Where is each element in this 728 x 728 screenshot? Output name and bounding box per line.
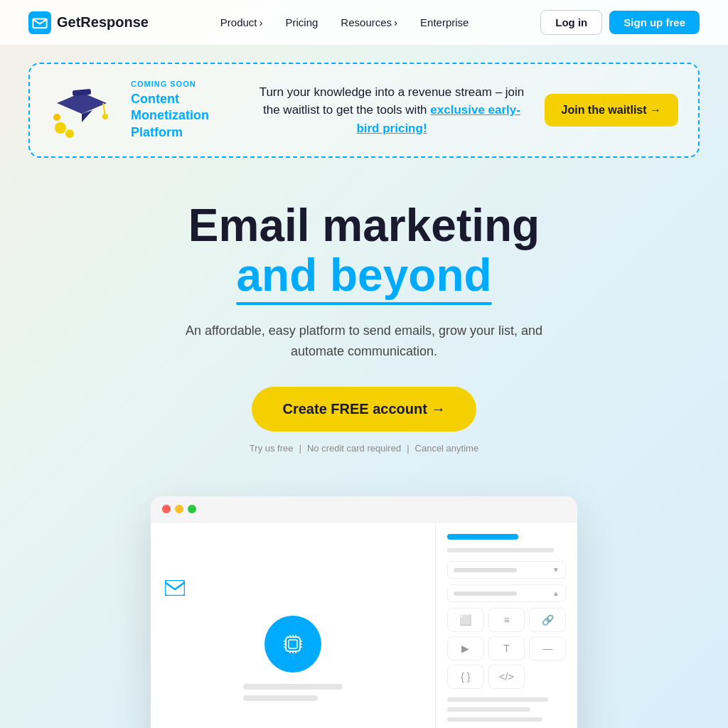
mockup-icon-text: ≡	[488, 608, 525, 632]
mockup-icon-link: 🔗	[529, 608, 566, 632]
logo[interactable]: GetResponse	[28, 11, 149, 34]
mockup-mail-icon	[165, 580, 185, 596]
hero-title-line1: Email marketing	[28, 200, 700, 250]
mockup-area: ▼ ▲ ⬜ ≡ 🔗 ▶ T — { } </>	[0, 475, 728, 728]
banner-illustration	[50, 78, 114, 142]
mockup-icon-video: ▶	[447, 636, 484, 660]
mockup-bottom-line-2	[447, 707, 530, 712]
banner-info: COMING SOON ContentMonetizationPlatform	[131, 80, 239, 141]
waitlist-button[interactable]: Join the waitlist →	[545, 94, 678, 127]
nav-product[interactable]: Product ›	[212, 12, 272, 33]
mockup-icon-code1: { }	[447, 665, 484, 689]
mockup-titlebar	[151, 496, 577, 523]
svg-point-2	[55, 122, 66, 134]
note-no-credit: No credit card required	[307, 443, 401, 454]
chevron-down-icon: ▼	[552, 566, 560, 574]
nav-pricing[interactable]: Pricing	[277, 12, 327, 33]
signup-button[interactable]: Sign up free	[609, 11, 700, 34]
mockup-right-line-1	[447, 548, 554, 552]
hero-title-line2: and beyond	[236, 250, 491, 300]
mockup-active-bar	[447, 534, 518, 540]
mockup-bottom-line-1	[447, 697, 548, 702]
chevron-down-icon: ›	[394, 16, 397, 28]
mockup-bottom-line-3	[447, 717, 542, 722]
mockup-select-1: ▼	[447, 561, 566, 579]
hero-title: Email marketing and beyond	[28, 200, 700, 301]
chevron-down-icon: ›	[259, 16, 263, 28]
nav-actions: Log in Sign up free	[540, 10, 700, 35]
login-button[interactable]: Log in	[540, 10, 602, 35]
banner-description: Turn your knowledge into a revenue strea…	[256, 83, 527, 138]
svg-rect-0	[28, 11, 51, 34]
coming-soon-label: COMING SOON	[131, 80, 239, 88]
logo-icon	[28, 11, 51, 34]
mockup-ai-circle	[264, 616, 321, 673]
divider-1: |	[299, 443, 301, 454]
navbar: GetResponse Product › Pricing Resources …	[0, 0, 728, 46]
nav-resources[interactable]: Resources ›	[332, 12, 406, 33]
chevron-up-icon: ▲	[552, 589, 560, 597]
mockup-icon-grid: ⬜ ≡ 🔗 ▶ T — { } </>	[447, 608, 566, 689]
nav-links: Product › Pricing Resources › Enterprise	[212, 12, 478, 33]
mockup-icon-code2: </>	[488, 665, 525, 689]
note-cancel: Cancel anytime	[415, 443, 479, 454]
nav-enterprise[interactable]: Enterprise	[412, 12, 477, 33]
svg-point-3	[65, 129, 74, 138]
logo-text: GetResponse	[57, 14, 149, 31]
svg-rect-11	[286, 637, 300, 651]
promo-banner: COMING SOON ContentMonetizationPlatform …	[28, 63, 700, 158]
create-account-button[interactable]: Create FREE account →	[252, 387, 477, 432]
svg-rect-6	[73, 89, 92, 96]
mockup-left-panel	[151, 523, 435, 728]
mockup-icon-divider: —	[529, 636, 566, 660]
mockup-right-panel: ▼ ▲ ⬜ ≡ 🔗 ▶ T — { } </>	[435, 523, 577, 728]
window-maximize-dot	[188, 505, 196, 513]
hero-subtitle: An affordable, easy platform to send ema…	[179, 321, 549, 362]
svg-rect-12	[289, 640, 297, 648]
mockup-icon-format: T	[488, 636, 525, 660]
svg-marker-5	[57, 92, 107, 114]
platform-name: ContentMonetizationPlatform	[131, 91, 239, 141]
mockup-select-2: ▲	[447, 584, 566, 602]
hero-section: Email marketing and beyond An affordable…	[0, 158, 728, 475]
mockup-content-lines	[243, 684, 343, 707]
svg-line-7	[103, 103, 105, 115]
note-try-free: Try us free	[250, 443, 294, 454]
mockup-icon-image: ⬜	[447, 608, 484, 632]
svg-rect-10	[165, 580, 185, 596]
window-minimize-dot	[175, 505, 183, 513]
svg-point-8	[102, 114, 108, 119]
divider-2: |	[407, 443, 409, 454]
window-close-dot	[162, 505, 171, 513]
svg-point-4	[53, 114, 60, 121]
mockup-body: ▼ ▲ ⬜ ≡ 🔗 ▶ T — { } </>	[151, 523, 577, 728]
hero-note: Try us free | No credit card required | …	[28, 443, 700, 454]
app-mockup: ▼ ▲ ⬜ ≡ 🔗 ▶ T — { } </>	[151, 496, 577, 728]
